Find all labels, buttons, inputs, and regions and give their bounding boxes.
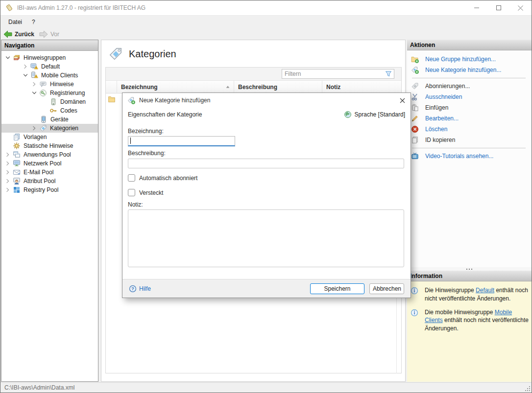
- nav-item-vorlagen[interactable]: Vorlagen: [1, 133, 98, 141]
- action-label: Löschen: [425, 126, 447, 133]
- forward-arrow-icon: [39, 30, 48, 38]
- nav-item-attribut-pool[interactable]: Attribut Pool: [1, 177, 98, 185]
- versteckt-label: Versteckt: [139, 189, 163, 196]
- maximize-button[interactable]: [487, 0, 509, 15]
- chevron-right-icon[interactable]: [5, 179, 10, 184]
- action-list: Neue Gruppe hinzufügen... Neue Kategorie…: [407, 50, 532, 162]
- action-label: Bearbeiten...: [425, 115, 459, 122]
- close-button[interactable]: [509, 0, 532, 15]
- info-text-prefix: Die mobile Hinweisgruppe: [425, 309, 495, 316]
- action-id-kopieren[interactable]: ID kopieren: [411, 135, 532, 145]
- dialog-close-button[interactable]: [399, 97, 406, 104]
- nav-item-default[interactable]: Default: [1, 62, 98, 71]
- column-header-bezeichnung[interactable]: Bezeichnung: [117, 81, 234, 93]
- dialog-title: Neue Kategorie hinzufügen: [139, 97, 210, 104]
- beschreibung-input[interactable]: [128, 159, 404, 168]
- chevron-right-icon[interactable]: [32, 82, 37, 87]
- language-label: Sprache [Standard]: [355, 111, 405, 118]
- toolbar: Zurück Vor: [0, 28, 532, 40]
- section-title: Eigenschaften der Kategorie: [128, 111, 202, 118]
- action-bearbeiten[interactable]: Bearbeiten...: [411, 113, 532, 124]
- info-text-prefix: Die Hinweisgruppe: [425, 287, 476, 294]
- text-caret: [130, 138, 131, 144]
- link-default[interactable]: Default: [476, 287, 494, 294]
- minimize-button[interactable]: [465, 0, 487, 15]
- tag-plus-icon: [127, 96, 135, 104]
- versteckt-checkbox[interactable]: [128, 189, 135, 196]
- notiz-textarea[interactable]: [128, 209, 404, 267]
- action-neue-kategorie[interactable]: Neue Kategorie hinzufügen...: [411, 65, 532, 75]
- nav-label: Anwendungs Pool: [24, 151, 71, 158]
- action-abonnierungen[interactable]: Abonnierungen...: [411, 81, 532, 92]
- nav-item-geraete[interactable]: Geräte: [1, 115, 98, 124]
- tag-gray-icon: [411, 82, 419, 90]
- cancel-button[interactable]: Abbrechen: [369, 283, 404, 294]
- chevron-right-icon[interactable]: [5, 152, 10, 157]
- chevron-right-icon[interactable]: [23, 64, 28, 69]
- info-text: Die mobile Hinweisgruppe Mobile Clients …: [425, 308, 529, 333]
- nav-item-netzwerk-pool[interactable]: Netzwerk Pool: [1, 159, 98, 168]
- menu-help[interactable]: ?: [27, 17, 40, 27]
- action-loeschen[interactable]: Löschen: [411, 124, 532, 135]
- nav-item-registrierung[interactable]: Registrierung: [1, 89, 98, 97]
- chevron-down-icon[interactable]: [32, 91, 37, 95]
- nav-item-domaenen[interactable]: Domänen: [1, 97, 98, 106]
- column-header-icon[interactable]: [106, 81, 117, 93]
- tv-icon: [411, 152, 419, 160]
- chevron-down-icon[interactable]: [23, 73, 28, 78]
- nav-label: Netzwerk Pool: [24, 160, 61, 167]
- column-header-notiz[interactable]: Notiz: [322, 81, 401, 93]
- nav-label: Hinweise: [50, 81, 74, 88]
- funnel-icon[interactable]: [385, 70, 392, 78]
- action-video-tutorials[interactable]: Video-Tutorials ansehen...: [411, 151, 532, 162]
- sort-ascending-icon: [226, 85, 230, 89]
- nav-item-codes[interactable]: Codes: [1, 106, 98, 115]
- nav-item-hinweise[interactable]: Hinweise: [1, 80, 98, 89]
- chevron-right-icon[interactable]: [32, 126, 37, 131]
- bezeichnung-input[interactable]: [128, 137, 235, 145]
- action-ausschneiden[interactable]: Ausschneiden: [411, 92, 532, 102]
- actions-header: Aktionen: [407, 40, 532, 50]
- filter-input[interactable]: [282, 70, 385, 77]
- maximize-icon: [496, 5, 501, 10]
- table-header: Bezeichnung Beschreibung Notiz: [106, 81, 401, 93]
- chevron-right-icon[interactable]: [5, 161, 10, 166]
- network-monitor-icon: [13, 160, 21, 167]
- action-label: ID kopieren: [425, 137, 455, 143]
- chevron-down-icon[interactable]: [5, 55, 10, 60]
- chevron-right-icon[interactable]: [5, 170, 10, 175]
- back-button[interactable]: Zurück: [3, 30, 34, 38]
- app-window: IBI-aws Admin 1.27.0 - registriert für I…: [0, 0, 532, 393]
- minimize-icon: [474, 5, 479, 10]
- nav-label: Default: [41, 63, 60, 70]
- auto-abonniert-checkbox[interactable]: [128, 174, 135, 182]
- actions-panel: Aktionen Neue Gruppe hinzufügen...: [407, 40, 532, 267]
- beschreibung-field-wrap: [128, 159, 404, 168]
- nav-item-anwendungs-pool[interactable]: Anwendungs Pool: [1, 150, 98, 159]
- chevron-right-icon[interactable]: [5, 187, 10, 192]
- nav-item-email-pool[interactable]: E-Mail Pool: [1, 168, 98, 177]
- action-label: Einfügen: [425, 104, 448, 111]
- nav-item-registry-pool[interactable]: Registry Pool: [1, 185, 98, 194]
- panel-splitter[interactable]: [407, 267, 532, 271]
- forward-button[interactable]: Vor: [39, 30, 59, 38]
- nav-item-statische-hinweise[interactable]: Statische Hinweise: [1, 141, 98, 150]
- nav-item-mobile-clients[interactable]: Mobile Clients: [1, 71, 98, 80]
- nav-item-hinweisgruppen[interactable]: Hinweisgruppen: [1, 53, 98, 62]
- filter-row: [106, 68, 401, 81]
- menu-datei[interactable]: Datei: [3, 17, 27, 27]
- help-link[interactable]: ? Hilfe: [129, 285, 151, 293]
- action-neue-gruppe[interactable]: Neue Gruppe hinzufügen...: [411, 54, 532, 65]
- nav-item-kategorien[interactable]: Kategorien: [1, 124, 98, 133]
- action-einfuegen[interactable]: Einfügen: [411, 102, 532, 113]
- info-icon: [411, 287, 418, 295]
- language-selector[interactable]: Sprache [Standard]: [344, 111, 405, 118]
- page-title: Kategorien: [129, 48, 176, 60]
- separator: [412, 78, 526, 78]
- resize-grip[interactable]: [524, 385, 531, 392]
- dialog-footer: ? Hilfe Speichern Abbrechen: [122, 279, 411, 298]
- column-header-beschreibung[interactable]: Beschreibung: [234, 81, 322, 93]
- save-button[interactable]: Speichern: [310, 283, 364, 294]
- nav-label: Vorlagen: [24, 134, 47, 140]
- navigation-header: Navigation: [1, 40, 98, 51]
